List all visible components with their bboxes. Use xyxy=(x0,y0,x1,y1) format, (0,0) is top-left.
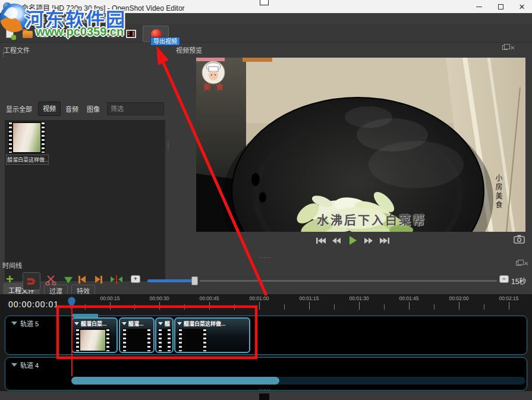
scissors-icon xyxy=(45,274,57,286)
ruler-label: 00:01:45 xyxy=(399,295,418,301)
filter-input[interactable] xyxy=(107,102,164,115)
clip-filmstrip xyxy=(75,329,110,352)
ruler-label: 00:01:15 xyxy=(299,295,319,301)
track-4[interactable]: 轨道 4 xyxy=(5,357,527,390)
filter-video[interactable]: 视频 xyxy=(38,102,61,116)
clip-thumbnail-image xyxy=(80,330,105,351)
clip-label: 醋溜... xyxy=(128,320,144,327)
file-thumbnail-image xyxy=(13,123,40,152)
video-subtitle: 水沸后下入白菜帮 xyxy=(253,211,490,228)
rewind-icon xyxy=(332,237,341,245)
close-dock-icon[interactable]: ✕ xyxy=(510,45,515,51)
snapshot-button[interactable] xyxy=(514,235,525,244)
filter-show-all[interactable]: 显示全部 xyxy=(6,104,32,114)
zoom-slider-filled xyxy=(147,279,193,282)
clip-menu-icon[interactable] xyxy=(177,322,182,325)
ruler-label: 00:02:15 xyxy=(499,295,518,301)
clip-label: 醋溜白菜... xyxy=(81,320,107,327)
video-logo-caption: 美食 xyxy=(203,81,228,92)
float-dock-icon[interactable] xyxy=(502,45,508,50)
clip-filmstrip xyxy=(122,329,151,352)
timeline-dock-buttons: ✕ xyxy=(516,261,528,266)
chef-logo xyxy=(202,61,225,84)
watermark-logo-ball xyxy=(0,4,29,32)
clip-filmstrip xyxy=(178,329,207,352)
jump-start-icon xyxy=(316,237,326,245)
video-preview-title: 视频预览 xyxy=(176,45,202,55)
profile-icon xyxy=(126,30,136,38)
chevron-down-icon xyxy=(11,322,17,325)
previous-marker-button[interactable] xyxy=(78,275,86,284)
video-corner-watermark: 小房美食 xyxy=(493,174,503,210)
magnet-icon xyxy=(27,278,35,285)
jump-to-start-button[interactable] xyxy=(316,237,328,246)
clip-menu-icon[interactable] xyxy=(158,322,163,325)
file-item[interactable]: 醋溜白菜这样做... xyxy=(5,120,56,165)
watermark-site-url: www.pc0359.cn xyxy=(36,25,124,39)
maximize-icon xyxy=(498,4,503,10)
timeline-hscrollbar-thumb[interactable] xyxy=(71,377,279,385)
timeline-clip-4[interactable]: 醋溜白菜这样做... xyxy=(174,317,250,353)
center-playhead-icon xyxy=(111,276,115,282)
ruler-label: 00:01:30 xyxy=(349,295,369,301)
play-button[interactable] xyxy=(348,235,360,245)
ruler-label: 00:02:00 xyxy=(449,295,468,301)
filter-audio[interactable]: 音频 xyxy=(65,104,78,114)
timeline-title: 时间线 xyxy=(2,260,22,270)
next-marker-button[interactable] xyxy=(95,275,102,284)
track-5-header[interactable]: 轨道 5 xyxy=(11,319,39,328)
camera-icon xyxy=(514,235,525,244)
snapping-toggle-button[interactable] xyxy=(23,272,40,290)
file-thumbnail xyxy=(8,122,45,153)
add-track-button[interactable]: + xyxy=(6,272,14,287)
add-marker-button[interactable] xyxy=(64,277,73,284)
playhead-marker[interactable] xyxy=(66,295,77,312)
maximize-button[interactable] xyxy=(491,0,510,13)
horizontal-splitter[interactable]: ····· xyxy=(259,254,271,260)
zoom-in-button[interactable]: + xyxy=(131,275,140,283)
filter-image[interactable]: 图像 xyxy=(87,104,100,114)
zoom-out-button[interactable]: − xyxy=(499,275,509,283)
rewind-button[interactable] xyxy=(332,237,344,246)
file-name-label: 醋溜白菜这样做... xyxy=(6,155,49,165)
timeline-clip-1[interactable]: 醋溜白菜... xyxy=(71,317,118,353)
timeline-float-icon[interactable] xyxy=(516,261,521,266)
minimize-button[interactable] xyxy=(470,0,489,13)
vertical-splitter[interactable]: ···· xyxy=(167,140,169,150)
timeline-hscrollbar[interactable] xyxy=(71,377,525,385)
project-file-list[interactable]: 醋溜白菜这样做... xyxy=(5,120,165,281)
razor-button[interactable] xyxy=(45,274,57,288)
clip-label: 醋 xyxy=(165,320,170,327)
play-icon xyxy=(348,235,357,245)
fast-forward-icon xyxy=(364,237,373,245)
clip-menu-icon[interactable] xyxy=(122,322,127,325)
choose-profile-button[interactable] xyxy=(126,29,138,39)
filter-tab-bar: 显示全部 视频 音频 图像 xyxy=(0,100,168,119)
current-time-display: 00:00:00:01 xyxy=(8,300,59,309)
project-files-title: 工程文件 xyxy=(4,45,30,55)
timeline-clip-3[interactable]: 醋 xyxy=(155,317,174,353)
jump-to-end-button[interactable] xyxy=(379,237,391,246)
zoom-slider-track[interactable] xyxy=(200,280,497,282)
ruler-label: 00:00:45 xyxy=(199,295,219,301)
center-playhead-button[interactable] xyxy=(111,275,122,284)
clip-label: 醋溜白菜这样做... xyxy=(184,320,226,327)
track-4-header[interactable]: 轨道 4 xyxy=(11,360,39,370)
zoom-scale-label: 15秒 xyxy=(511,276,526,286)
clip-filmstrip xyxy=(158,329,171,352)
timeline-clip-2[interactable]: 醋溜... xyxy=(119,317,155,353)
video-scene xyxy=(196,58,525,232)
close-button[interactable]: ✕ xyxy=(512,0,531,13)
zoom-slider-handle[interactable] xyxy=(191,276,198,285)
timeline-close-icon[interactable]: ✕ xyxy=(524,261,528,266)
fast-forward-button[interactable] xyxy=(364,237,376,246)
openshot-window: 未命名项目 [HD 720p 30 fps] - OpenShot Video … xyxy=(0,0,532,400)
ruler-label: 00:01:00 xyxy=(249,295,269,301)
next-marker-icon xyxy=(95,276,100,283)
jump-end-icon xyxy=(379,237,390,245)
bottom-splitter[interactable]: ····· xyxy=(259,386,271,392)
window-drag-handle xyxy=(260,0,269,5)
film-sprockets-left xyxy=(9,122,12,153)
clip-menu-icon[interactable] xyxy=(74,322,79,325)
ruler-label: 00:00:15 xyxy=(100,295,119,301)
